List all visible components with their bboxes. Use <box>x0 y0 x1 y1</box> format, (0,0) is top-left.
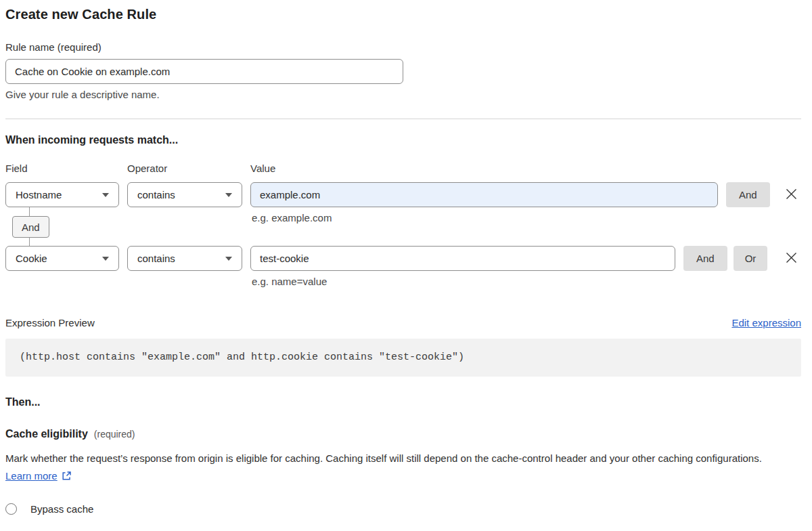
connector-and-button[interactable]: And <box>12 216 49 238</box>
chevron-down-icon <box>102 257 109 261</box>
operator-select[interactable]: contains <box>127 182 242 207</box>
cache-eligibility-description: Mark whether the request’s response from… <box>5 450 790 486</box>
operator-select-value: contains <box>137 253 175 264</box>
condition-row-2: Cookie contains And Or <box>5 246 801 271</box>
operator-select-value: contains <box>137 189 175 200</box>
expression-preview-header: Expression Preview Edit expression <box>5 317 801 328</box>
chevron-down-icon <box>102 193 109 197</box>
learn-more-link[interactable]: Learn more <box>5 470 58 482</box>
and-button[interactable]: And <box>683 246 727 271</box>
value-column-label: Value <box>250 163 275 174</box>
and-button[interactable]: And <box>726 182 770 207</box>
operator-column-label: Operator <box>127 163 250 174</box>
close-icon <box>785 251 798 266</box>
rule-name-help: Give your rule a descriptive name. <box>5 89 801 101</box>
rule-name-input[interactable] <box>5 59 403 84</box>
field-select[interactable]: Cookie <box>5 246 119 271</box>
create-cache-rule-form: Create new Cache Rule Rule name (require… <box>0 0 812 531</box>
cache-eligibility-options: Bypass cache Eligible for cache <box>5 503 801 531</box>
value-input[interactable] <box>250 246 675 271</box>
edit-expression-link[interactable]: Edit expression <box>731 317 801 328</box>
chevron-down-icon <box>225 257 232 261</box>
operator-select[interactable]: contains <box>127 246 242 271</box>
value-hint: e.g. example.com <box>252 212 332 224</box>
required-note: (required) <box>94 429 135 440</box>
field-select-value: Cookie <box>16 253 47 264</box>
expression-code: (http.host contains "example.com" and ht… <box>5 339 801 377</box>
remove-condition-button[interactable] <box>784 251 798 266</box>
page-title: Create new Cache Rule <box>5 5 801 23</box>
value-hint: e.g. name=value <box>252 276 801 288</box>
cache-eligibility-heading: Cache eligibility <box>5 428 88 440</box>
condition-row-1: Hostname contains And <box>5 182 801 207</box>
expression-preview-label: Expression Preview <box>5 317 95 328</box>
field-select-value: Hostname <box>16 189 62 200</box>
condition-connector-area: And e.g. example.com <box>5 207 801 246</box>
remove-condition-button[interactable] <box>784 188 798 203</box>
description-text: Mark whether the request’s response from… <box>5 452 762 464</box>
chevron-down-icon <box>225 193 232 197</box>
external-link-icon <box>62 471 72 483</box>
section-divider <box>5 119 801 119</box>
radio-option-bypass-cache[interactable]: Bypass cache <box>5 503 801 515</box>
or-button[interactable]: Or <box>734 246 768 271</box>
field-select[interactable]: Hostname <box>5 182 119 207</box>
condition-column-labels: Field Operator Value <box>5 163 801 174</box>
rule-name-label: Rule name (required) <box>5 41 801 54</box>
value-input[interactable] <box>250 182 718 207</box>
then-heading: Then... <box>5 396 801 409</box>
radio-label: Bypass cache <box>30 503 93 515</box>
match-heading: When incoming requests match... <box>5 133 801 147</box>
cache-eligibility-heading-row: Cache eligibility (required) <box>5 428 801 440</box>
field-column-label: Field <box>5 163 127 174</box>
close-icon <box>785 188 798 203</box>
radio-icon <box>5 503 17 515</box>
